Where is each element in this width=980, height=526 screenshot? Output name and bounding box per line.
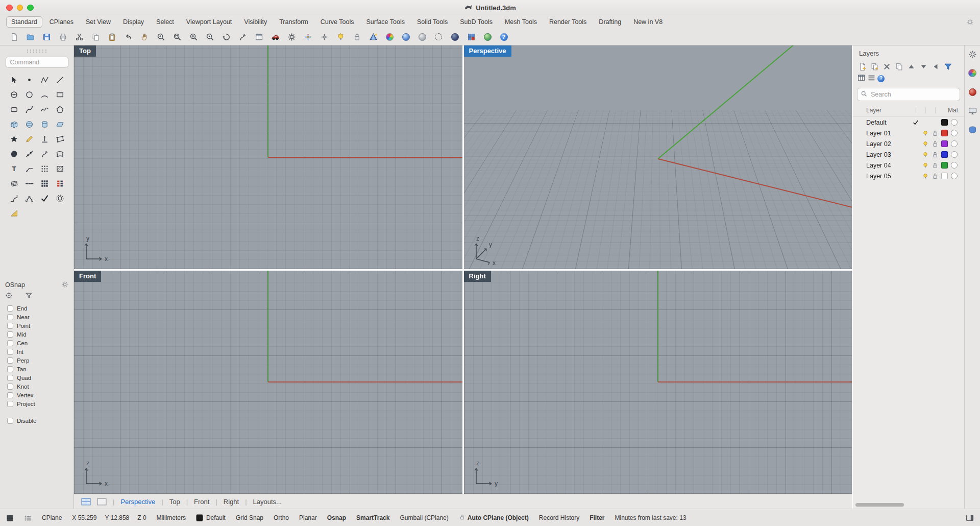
shaded-view-icon[interactable] [415,30,429,43]
osnap-quad-checkbox[interactable] [7,375,13,381]
osnap-perp-checkbox[interactable] [7,357,13,364]
statusbar-toggle-osnap[interactable]: Osnap [327,514,346,521]
palette-fillet-icon[interactable] [6,193,21,203]
command-input[interactable] [6,57,68,68]
layer-color-swatch[interactable] [941,162,948,169]
tab-layouts[interactable]: Layouts... [253,498,282,506]
palette-offset-icon[interactable] [52,193,67,203]
palette-circle-diameter-icon[interactable] [6,89,21,100]
layer-material-circle[interactable] [951,119,958,126]
object-table-icon[interactable] [252,30,265,43]
palette-divide-curve-icon[interactable] [21,149,37,159]
osnap-near-checkbox[interactable] [7,314,13,320]
palette-leader-icon[interactable] [21,163,37,174]
print-icon[interactable] [56,30,69,43]
panel-settings-icon[interactable] [967,49,978,60]
gumball-icon[interactable] [301,30,314,43]
statusbar-toggle-auto-cplane-object[interactable]: Auto CPlane (Object) [459,514,529,522]
statusbar-toggle-planar[interactable]: Planar [299,514,317,521]
palette-linetype-icon[interactable] [21,178,37,188]
display-gear-icon[interactable] [285,30,298,43]
osnap-disable-checkbox[interactable] [7,418,13,424]
palette-wedge-icon[interactable] [6,208,21,218]
palette-circle-icon[interactable] [21,89,37,100]
palette-extrude-curve-icon[interactable] [37,134,52,144]
osnap-project-checkbox[interactable] [7,401,13,407]
palette-linear-array-icon[interactable] [52,178,67,188]
menu-item-surface-tools[interactable]: Surface Tools [361,16,410,28]
statusbar-toggle-gumball-cplane[interactable]: Gumball (CPlane) [400,514,448,521]
undo-icon[interactable] [121,30,135,43]
color-wheel-icon[interactable] [383,30,396,43]
layer-visibility-bulb-icon[interactable] [920,130,930,137]
menu-item-visibility[interactable]: Visibility [239,16,272,28]
palette-drag-handle[interactable] [26,49,47,53]
layer-color-swatch[interactable] [941,173,948,179]
palette-plane-icon[interactable] [52,119,67,129]
osnap-vertex-checkbox[interactable] [7,392,13,398]
zoom-button[interactable] [27,5,34,11]
open-file-icon[interactable] [23,30,37,43]
layer-row-layer-03[interactable]: Layer 03 [853,149,964,160]
viewport-right[interactable]: Right zy [464,271,852,494]
palette-hatch-icon[interactable] [52,163,67,174]
render-icon[interactable] [366,30,380,43]
layer-color-swatch[interactable] [941,130,948,136]
cplane-widget-icon[interactable] [317,30,331,43]
layer-color-swatch[interactable] [941,119,948,126]
tab-perspective[interactable]: Perspective [120,498,155,506]
palette-line-icon[interactable] [52,75,67,85]
layer-visibility-bulb-icon[interactable] [920,173,930,180]
osnap-settings-icon[interactable] [61,281,68,290]
palette-curve-from-objects-icon[interactable] [6,134,21,144]
osnap-mid-checkbox[interactable] [7,331,13,338]
four-viewport-layout-icon[interactable] [81,498,91,506]
move-up-icon[interactable] [906,61,917,71]
close-button[interactable] [6,5,13,11]
palette-cylinder-icon[interactable] [37,119,52,129]
earth-icon[interactable] [481,30,494,43]
render-preview-icon[interactable] [399,30,412,43]
palette-box-icon[interactable] [6,119,21,129]
layer-material-circle[interactable] [951,151,958,158]
palette-blob-icon[interactable] [6,149,21,159]
cplane-selector[interactable]: CPlane [42,514,62,521]
menubar-settings-icon[interactable] [966,18,974,26]
palette-control-point-curve-icon[interactable] [21,104,37,114]
rotate-view-icon[interactable] [219,30,233,43]
menu-item-select[interactable]: Select [151,16,179,28]
display-mode-icon[interactable] [6,514,14,522]
new-layer-icon[interactable] [857,61,868,71]
menu-item-viewport-layout[interactable]: Viewport Layout [181,16,237,28]
palette-sphere-icon[interactable] [21,119,37,129]
osnap-filter-icon[interactable] [25,292,33,301]
new-document-icon[interactable] [7,30,20,43]
palette-point-grid-icon[interactable] [37,163,52,174]
layer-visibility-bulb-icon[interactable] [920,151,930,158]
menu-item-new-in-v8[interactable]: New in V8 [628,16,668,28]
single-viewport-layout-icon[interactable] [97,498,107,506]
statusbar-toggle-filter[interactable]: Filter [590,514,604,521]
layer-material-circle[interactable] [951,173,958,179]
menu-item-display[interactable]: Display [118,16,149,28]
layer-search-input[interactable] [870,90,957,99]
viewport-front[interactable]: Front zx [74,271,462,494]
layer-visibility-bulb-icon[interactable] [920,140,930,148]
palette-rectangular-array-icon[interactable] [37,178,52,188]
column-material[interactable]: Mat [945,107,958,114]
tab-right[interactable]: Right [224,498,239,506]
palette-surface-from-corners-icon[interactable] [52,134,67,144]
move-down-icon[interactable] [918,61,929,71]
column-layer[interactable]: Layer [866,107,881,114]
palette-select-icon[interactable] [6,75,21,85]
current-layer-selector[interactable]: Default [196,514,226,521]
layer-help-icon[interactable]: ? [877,75,885,82]
layer-lock-icon[interactable] [930,140,940,148]
command-history-icon[interactable] [24,514,32,522]
rendered-view-icon[interactable] [448,30,461,43]
block-grid-icon[interactable] [464,30,478,43]
viewport-right-label[interactable]: Right [464,271,491,282]
expand-collapse-icon[interactable] [930,61,941,71]
zoom-selected-icon[interactable] [203,30,216,43]
palette-rounded-rectangle-icon[interactable] [6,104,21,114]
